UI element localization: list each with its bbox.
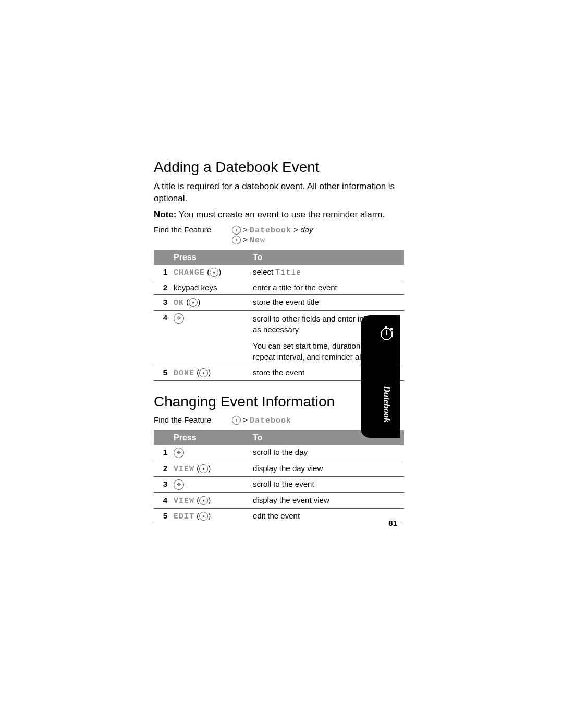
select-key-icon: ● [199, 496, 208, 505]
menu-key-icon: T [232, 226, 241, 235]
table-row: 1 ✥ scroll to the day [154, 445, 404, 461]
table-row: 3 OK (●) store the event title [154, 294, 404, 310]
select-key-icon: ● [199, 368, 208, 377]
table-row: 4 VIEW (●) display the event view [154, 492, 404, 508]
col-press: Press [170, 250, 250, 265]
table-header-row: Press To [154, 250, 404, 265]
find-feature-label: Find the Feature [154, 415, 232, 424]
select-key-icon: ● [199, 512, 208, 521]
select-key-icon: ● [210, 268, 218, 277]
menu-key-icon: T [232, 416, 241, 425]
section-tab-label: Datebook [381, 386, 392, 423]
section1-note: Note: You must create an event to use th… [154, 209, 404, 221]
page-number: 81 [388, 519, 397, 527]
section1-intro: A title is required for a datebook event… [154, 181, 404, 205]
find-feature-row-1: Find the Feature T > Datebook > day T > … [154, 225, 404, 245]
table-row: 3 ✥ scroll to the event [154, 476, 404, 492]
select-key-icon: ● [189, 298, 198, 307]
nav-key-icon: ✥ [174, 479, 184, 490]
col-to: To [250, 250, 404, 265]
table-row: 2 VIEW (●) display the day view [154, 461, 404, 476]
datebook-tab-icon: ⏱︎ [378, 323, 396, 345]
section2-table: Press To 1 ✥ scroll to the day 2 VIEW (●… [154, 430, 404, 524]
section1-heading: Adding a Datebook Event [154, 159, 404, 176]
find-feature-label: Find the Feature [154, 225, 232, 234]
menu-key-icon: T [232, 236, 241, 244]
table-row: 5 EDIT (●) edit the event [154, 508, 404, 524]
col-press: Press [170, 430, 250, 445]
nav-key-icon: ✥ [174, 448, 184, 458]
table-row: 2 keypad keys enter a title for the even… [154, 280, 404, 294]
nav-key-icon: ✥ [174, 313, 184, 324]
find-feature-path: T > Datebook > day T > New [232, 225, 404, 245]
select-key-icon: ● [199, 464, 208, 473]
table-row: 1 CHANGE (●) select Title [154, 265, 404, 280]
